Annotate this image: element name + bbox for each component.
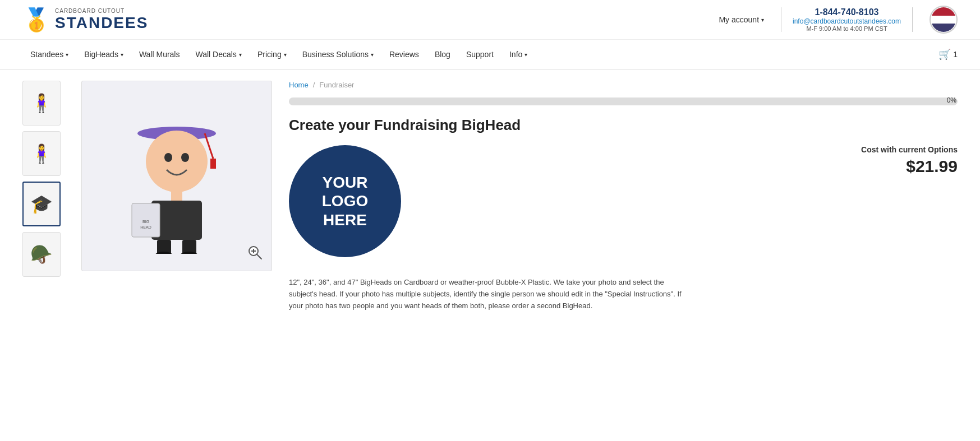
my-account-button[interactable]: My account ▾ bbox=[719, 15, 764, 24]
svg-rect-3 bbox=[210, 159, 216, 169]
main-image-area: BIG HEAD bbox=[81, 81, 272, 271]
nav-blog[interactable]: Blog bbox=[427, 40, 458, 69]
product-info: Home / Fundraiser 0% Create your Fundrai… bbox=[289, 81, 958, 312]
logo-line-1: YOUR bbox=[323, 173, 368, 192]
progress-container: 0% bbox=[289, 98, 958, 105]
top-header: 🥇 CARDBOARD CUTOUT STANDEES My account ▾… bbox=[0, 0, 980, 40]
product-price: $21.99 bbox=[424, 157, 958, 176]
chevron-down-icon: ▾ bbox=[371, 52, 374, 58]
svg-point-5 bbox=[164, 153, 172, 162]
nav-business-solutions[interactable]: Business Solutions ▾ bbox=[295, 40, 381, 69]
logo-line-3: HERE bbox=[323, 211, 367, 230]
thumbnail-2[interactable]: 🧍‍♀️ bbox=[22, 131, 61, 176]
cart-button[interactable]: 🛒 1 bbox=[938, 48, 958, 61]
flag-badge bbox=[930, 6, 958, 34]
breadcrumb-home[interactable]: Home bbox=[289, 81, 309, 89]
svg-line-19 bbox=[257, 254, 261, 259]
breadcrumb-current: Fundraiser bbox=[319, 81, 354, 89]
nav-standees[interactable]: Standees ▾ bbox=[22, 40, 76, 69]
my-account-label: My account bbox=[719, 15, 759, 24]
logo-line-2: LOGO bbox=[322, 192, 368, 211]
thumbnail-3[interactable]: 🎓 bbox=[22, 182, 61, 226]
chevron-down-icon: ▾ bbox=[284, 52, 287, 58]
logo-circle: YOUR LOGO HERE bbox=[289, 145, 401, 257]
header-right: My account ▾ 1-844-740-8103 info@cardboa… bbox=[719, 6, 958, 34]
logo-text-block: CARDBOARD CUTOUT STANDEES bbox=[55, 8, 148, 32]
zoom-icon bbox=[247, 245, 263, 261]
product-description: 12", 24", 36", and 47" BigHeads on Cardb… bbox=[289, 277, 682, 312]
contact-info: 1-844-740-8103 info@cardboardcutoutstand… bbox=[781, 7, 913, 32]
main-nav: Standees ▾ BigHeads ▾ Wall Murals Wall D… bbox=[22, 40, 938, 69]
us-flag bbox=[931, 7, 956, 32]
progress-label: 0% bbox=[947, 96, 958, 104]
nav-wall-murals[interactable]: Wall Murals bbox=[131, 40, 188, 69]
cost-label: Cost with current Options bbox=[424, 145, 958, 154]
bighead-svg: BIG HEAD bbox=[115, 97, 238, 254]
chevron-down-icon: ▾ bbox=[66, 52, 68, 58]
chevron-down-icon: ▾ bbox=[524, 52, 527, 58]
thumb-figure-4: 🪖 bbox=[30, 244, 53, 265]
thumbnail-4[interactable]: 🪖 bbox=[22, 232, 61, 277]
chevron-down-icon: ▾ bbox=[239, 52, 242, 58]
nav-support[interactable]: Support bbox=[458, 40, 501, 69]
price-area: Cost with current Options $21.99 bbox=[424, 145, 958, 187]
cart-count: 1 bbox=[953, 50, 958, 59]
logo-top-text: CARDBOARD CUTOUT bbox=[55, 8, 148, 14]
nav-wall-decals[interactable]: Wall Decals ▾ bbox=[187, 40, 249, 69]
breadcrumb-separator: / bbox=[313, 81, 315, 89]
breadcrumb: Home / Fundraiser bbox=[289, 81, 958, 89]
chevron-down-icon: ▾ bbox=[121, 52, 123, 58]
logo[interactable]: 🥇 CARDBOARD CUTOUT STANDEES bbox=[22, 8, 148, 32]
chevron-down-icon: ▾ bbox=[761, 17, 764, 23]
price-logo-row: YOUR LOGO HERE Cost with current Options… bbox=[289, 145, 958, 268]
nav-info[interactable]: Info ▾ bbox=[501, 40, 535, 69]
svg-text:HEAD: HEAD bbox=[140, 225, 151, 229]
main-content: 🧍‍♀️ 🧍‍♀️ 🎓 🪖 bbox=[0, 69, 980, 323]
nav-bar: Standees ▾ BigHeads ▾ Wall Murals Wall D… bbox=[0, 40, 980, 69]
logo-main-text: STANDEES bbox=[55, 14, 148, 32]
cart-icon: 🛒 bbox=[938, 48, 951, 61]
nav-reviews[interactable]: Reviews bbox=[381, 40, 427, 69]
product-title: Create your Fundraising BigHead bbox=[289, 117, 958, 134]
svg-text:BIG: BIG bbox=[142, 220, 149, 224]
svg-point-6 bbox=[181, 153, 189, 162]
thumb-figure-2: 🧍‍♀️ bbox=[30, 143, 53, 164]
business-hours: M-F 9:00 AM to 4:00 PM CST bbox=[793, 25, 901, 32]
nav-pricing[interactable]: Pricing ▾ bbox=[250, 40, 295, 69]
phone-number: 1-844-740-8103 bbox=[793, 7, 901, 17]
logo-figure: 🥇 bbox=[22, 8, 50, 31]
thumb-figure-3: 🎓 bbox=[30, 193, 53, 215]
svg-point-4 bbox=[146, 131, 208, 192]
thumbnail-1[interactable]: 🧍‍♀️ bbox=[22, 81, 61, 126]
thumb-figure-1: 🧍‍♀️ bbox=[30, 92, 53, 114]
email-address: info@cardboardcutoutstandees.com bbox=[793, 17, 901, 25]
zoom-button[interactable] bbox=[247, 245, 263, 262]
thumbnail-sidebar: 🧍‍♀️ 🧍‍♀️ 🎓 🪖 bbox=[22, 81, 65, 312]
nav-bigheads[interactable]: BigHeads ▾ bbox=[76, 40, 131, 69]
product-image: BIG HEAD bbox=[115, 97, 238, 256]
